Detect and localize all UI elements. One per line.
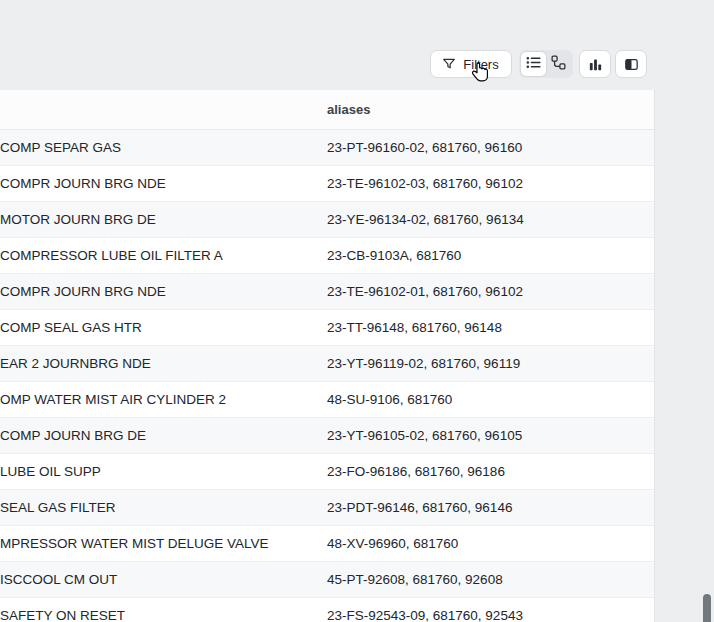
- table-row[interactable]: SEAL GAS FILTER 23-PDT-96146, 681760, 96…: [0, 490, 654, 526]
- filters-button[interactable]: Filters: [430, 50, 512, 78]
- filters-button-label: Filters: [463, 58, 498, 71]
- cell-name: OMP WATER MIST AIR CYLINDER 2: [0, 393, 311, 407]
- cell-name: LUBE OIL SUPP: [0, 465, 311, 479]
- cell-name: COMP JOURN BRG DE: [0, 429, 311, 443]
- cell-aliases: 23-TE-96102-03, 681760, 96102: [311, 177, 654, 191]
- cell-aliases: 23-YT-96119-02, 681760, 96119: [311, 357, 654, 371]
- columns-layout-button[interactable]: [615, 50, 647, 78]
- table-row[interactable]: EAR 2 JOURNBRG NDE 23-YT-96119-02, 68176…: [0, 346, 654, 382]
- split-columns-icon: [623, 56, 640, 73]
- cell-aliases: 23-PDT-96146, 681760, 96146: [311, 501, 654, 515]
- list-view-button[interactable]: [521, 52, 546, 76]
- cell-name: COMPR JOURN BRG NDE: [0, 177, 311, 191]
- cell-name: MPRESSOR WATER MIST DELUGE VALVE: [0, 537, 311, 551]
- asset-table-panel: aliases COMP SEPAR GAS 23-PT-96160-02, 6…: [0, 90, 655, 622]
- cell-name: COMP SEPAR GAS: [0, 141, 311, 155]
- cell-name: COMP SEAL GAS HTR: [0, 321, 311, 335]
- view-mode-toggle: [519, 50, 573, 78]
- tree-view-button[interactable]: [546, 52, 571, 76]
- cell-aliases: 23-FS-92543-09, 681760, 92543: [311, 609, 654, 622]
- toolbar: Filters: [430, 50, 647, 78]
- cell-aliases: 23-TT-96148, 681760, 96148: [311, 321, 654, 335]
- cell-aliases: 23-FO-96186, 681760, 96186: [311, 465, 654, 479]
- list-icon: [525, 54, 542, 74]
- table-row[interactable]: COMPR JOURN BRG NDE 23-TE-96102-03, 6817…: [0, 166, 654, 202]
- bar-chart-icon: [587, 56, 604, 73]
- cell-aliases: 23-TE-96102-01, 681760, 96102: [311, 285, 654, 299]
- cell-aliases: 48-XV-96960, 681760: [311, 537, 654, 551]
- table-row[interactable]: MPRESSOR WATER MIST DELUGE VALVE 48-XV-9…: [0, 526, 654, 562]
- table-row[interactable]: COMP SEPAR GAS 23-PT-96160-02, 681760, 9…: [0, 130, 654, 166]
- cell-name: MOTOR JOURN BRG DE: [0, 213, 311, 227]
- cell-aliases: 23-YE-96134-02, 681760, 96134: [311, 213, 654, 227]
- table-row[interactable]: SAFETY ON RESET 23-FS-92543-09, 681760, …: [0, 598, 654, 622]
- cell-name: COMPRESSOR LUBE OIL FILTER A: [0, 249, 311, 263]
- table-row[interactable]: COMP SEAL GAS HTR 23-TT-96148, 681760, 9…: [0, 310, 654, 346]
- cell-name: ISCCOOL CM OUT: [0, 573, 311, 587]
- cell-aliases: 23-CB-9103A, 681760: [311, 249, 654, 263]
- chart-view-button[interactable]: [579, 50, 611, 78]
- cell-aliases: 23-YT-96105-02, 681760, 96105: [311, 429, 654, 443]
- table-header-row: aliases: [0, 90, 654, 130]
- table-row[interactable]: COMPRESSOR LUBE OIL FILTER A 23-CB-9103A…: [0, 238, 654, 274]
- cell-aliases: 45-PT-92608, 681760, 92608: [311, 573, 654, 587]
- cell-aliases: 48-SU-9106, 681760: [311, 393, 654, 407]
- table-row[interactable]: COMPR JOURN BRG NDE 23-TE-96102-01, 6817…: [0, 274, 654, 310]
- table-row[interactable]: MOTOR JOURN BRG DE 23-YE-96134-02, 68176…: [0, 202, 654, 238]
- vertical-scrollbar-thumb[interactable]: [703, 594, 711, 622]
- table-row[interactable]: COMP JOURN BRG DE 23-YT-96105-02, 681760…: [0, 418, 654, 454]
- cell-name: COMPR JOURN BRG NDE: [0, 285, 311, 299]
- cell-aliases: 23-PT-96160-02, 681760, 96160: [311, 141, 654, 155]
- table-body: COMP SEPAR GAS 23-PT-96160-02, 681760, 9…: [0, 130, 654, 622]
- cell-name: SEAL GAS FILTER: [0, 501, 311, 515]
- table-row[interactable]: ISCCOOL CM OUT 45-PT-92608, 681760, 9260…: [0, 562, 654, 598]
- cell-name: EAR 2 JOURNBRG NDE: [0, 357, 311, 371]
- table-row[interactable]: OMP WATER MIST AIR CYLINDER 2 48-SU-9106…: [0, 382, 654, 418]
- column-header-aliases[interactable]: aliases: [311, 102, 654, 117]
- table-row[interactable]: LUBE OIL SUPP 23-FO-96186, 681760, 96186: [0, 454, 654, 490]
- funnel-icon: [441, 56, 457, 72]
- tree-hierarchy-icon: [550, 54, 567, 74]
- cell-name: SAFETY ON RESET: [0, 609, 311, 622]
